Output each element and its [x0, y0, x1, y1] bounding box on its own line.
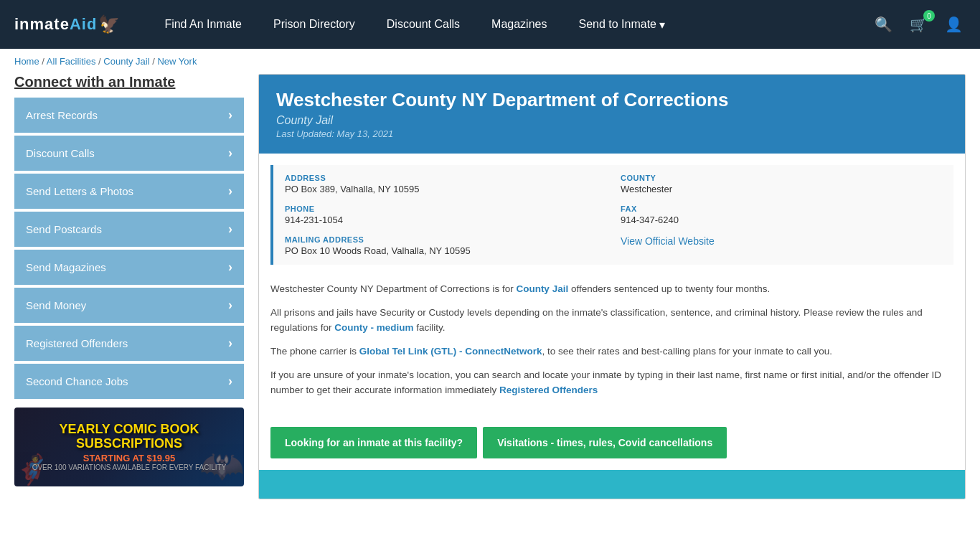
chevron-right-icon: ›: [228, 108, 232, 123]
nav-magazines[interactable]: Magazines: [476, 1, 562, 48]
breadcrumb-county-jail[interactable]: County Jail: [103, 56, 149, 67]
sidebar-item-send-money[interactable]: Send Money ›: [14, 288, 244, 323]
county-jail-link[interactable]: County Jail: [516, 283, 568, 294]
description-section: Westchester County NY Department of Corr…: [259, 276, 965, 418]
desc-para-1: Westchester County NY Department of Corr…: [270, 282, 953, 297]
breadcrumb-new-york[interactable]: New York: [157, 56, 197, 67]
sidebar-item-registered-offenders[interactable]: Registered Offenders ›: [14, 326, 244, 361]
cart-badge: 0: [923, 10, 935, 22]
fax-label: FAX: [621, 204, 942, 213]
sidebar-menu: Arrest Records › Discount Calls › Send L…: [14, 98, 244, 399]
fax-value: 914-347-6240: [621, 215, 942, 225]
breadcrumb-all-facilities[interactable]: All Facilities: [47, 56, 96, 67]
navbar: inmateAid 🦅 Find An Inmate Prison Direct…: [0, 0, 980, 49]
facility-type: County Jail: [276, 114, 948, 127]
breadcrumb-home[interactable]: Home: [14, 56, 39, 67]
facility-title: Westchester County NY Department of Corr…: [276, 89, 948, 111]
ad-title-line1: YEARLY COMIC BOOK: [32, 423, 227, 437]
ad-subtitle: STARTING AT $19.95: [32, 453, 227, 463]
official-website-link[interactable]: View Official Website: [621, 235, 715, 247]
registered-offenders-link[interactable]: Registered Offenders: [499, 385, 598, 395]
sidebar-item-arrest-records[interactable]: Arrest Records ›: [14, 98, 244, 133]
address-block: ADDRESS PO Box 389, Valhalla, NY 10595: [285, 174, 606, 194]
teal-bar: [259, 470, 965, 499]
ad-content: YEARLY COMIC BOOK SUBSCRIPTIONS STARTING…: [25, 415, 234, 479]
fax-block: FAX 914-347-6240: [621, 204, 942, 225]
find-inmate-button[interactable]: Looking for an inmate at this facility?: [270, 427, 477, 458]
content-body: ADDRESS PO Box 389, Valhalla, NY 10595 C…: [259, 165, 965, 499]
last-updated: Last Updated: May 13, 2021: [276, 128, 948, 139]
phone-block: PHONE 914-231-1054: [285, 204, 606, 225]
ad-banner[interactable]: 🦸 YEARLY COMIC BOOK SUBSCRIPTIONS STARTI…: [14, 408, 244, 486]
sidebar: Connect with an Inmate Arrest Records › …: [14, 74, 244, 499]
content-area: Westchester County NY Department of Corr…: [258, 74, 966, 499]
action-buttons: Looking for an inmate at this facility? …: [259, 418, 965, 467]
gtl-link[interactable]: Global Tel Link (GTL) - ConnectNetwork: [359, 346, 542, 357]
sidebar-item-send-magazines[interactable]: Send Magazines ›: [14, 250, 244, 285]
county-value: Westchester: [621, 184, 942, 194]
ad-note: OVER 100 VARIATIONS AVAILABLE FOR EVERY …: [32, 463, 227, 471]
address-label: ADDRESS: [285, 174, 606, 182]
chevron-right-icon: ›: [228, 146, 232, 161]
chevron-right-icon: ›: [228, 260, 232, 275]
nav-prison-directory[interactable]: Prison Directory: [258, 1, 371, 48]
county-block: COUNTY Westchester: [621, 174, 942, 194]
mailing-label: MAILING ADDRESS: [285, 235, 606, 244]
phone-label: PHONE: [285, 204, 606, 213]
visitations-button[interactable]: Visitations - times, rules, Covid cancel…: [483, 427, 727, 458]
info-grid: ADDRESS PO Box 389, Valhalla, NY 10595 C…: [270, 165, 953, 265]
website-block: View Official Website: [621, 235, 942, 256]
chevron-right-icon: ›: [228, 184, 232, 199]
mailing-value: PO Box 10 Woods Road, Valhalla, NY 10595: [285, 245, 606, 256]
main-layout: Connect with an Inmate Arrest Records › …: [0, 74, 980, 514]
logo-text: inmateAid: [14, 15, 97, 34]
phone-value: 914-231-1054: [285, 215, 606, 225]
account-button[interactable]: 👤: [942, 13, 966, 36]
ad-title-line2: SUBSCRIPTIONS: [32, 437, 227, 451]
cart-button[interactable]: 🛒 0: [907, 13, 930, 36]
content-header: Westchester County NY Department of Corr…: [259, 75, 965, 154]
desc-para-4: If you are unsure of your inmate's locat…: [270, 368, 953, 398]
dropdown-arrow-icon: ▾: [659, 18, 665, 32]
sidebar-item-send-letters-photos[interactable]: Send Letters & Photos ›: [14, 174, 244, 209]
sidebar-item-second-chance-jobs[interactable]: Second Chance Jobs ›: [14, 364, 244, 399]
chevron-right-icon: ›: [228, 298, 232, 313]
county-medium-link[interactable]: County - medium: [334, 322, 413, 333]
chevron-right-icon: ›: [228, 336, 232, 351]
chevron-right-icon: ›: [228, 374, 232, 389]
breadcrumb: Home / All Facilities / County Jail / Ne…: [0, 49, 980, 74]
sidebar-item-discount-calls[interactable]: Discount Calls ›: [14, 136, 244, 171]
nav-links: Find An Inmate Prison Directory Discount…: [149, 1, 872, 49]
mailing-block: MAILING ADDRESS PO Box 10 Woods Road, Va…: [285, 235, 606, 256]
desc-para-3: The phone carrier is Global Tel Link (GT…: [270, 344, 953, 359]
logo[interactable]: inmateAid 🦅: [14, 14, 120, 34]
desc-para-2: All prisons and jails have Security or C…: [270, 306, 953, 336]
nav-send-to-inmate[interactable]: Send to Inmate ▾: [562, 1, 681, 49]
nav-find-inmate[interactable]: Find An Inmate: [149, 1, 258, 48]
address-value: PO Box 389, Valhalla, NY 10595: [285, 184, 606, 194]
county-label: COUNTY: [621, 174, 942, 182]
nav-discount-calls[interactable]: Discount Calls: [371, 1, 476, 48]
logo-icon: 🦅: [98, 14, 120, 34]
sidebar-title: Connect with an Inmate: [14, 74, 244, 90]
nav-icons: 🔍 🛒 0 👤: [872, 13, 966, 36]
sidebar-item-send-postcards[interactable]: Send Postcards ›: [14, 212, 244, 247]
chevron-right-icon: ›: [228, 222, 232, 237]
search-button[interactable]: 🔍: [872, 13, 895, 36]
